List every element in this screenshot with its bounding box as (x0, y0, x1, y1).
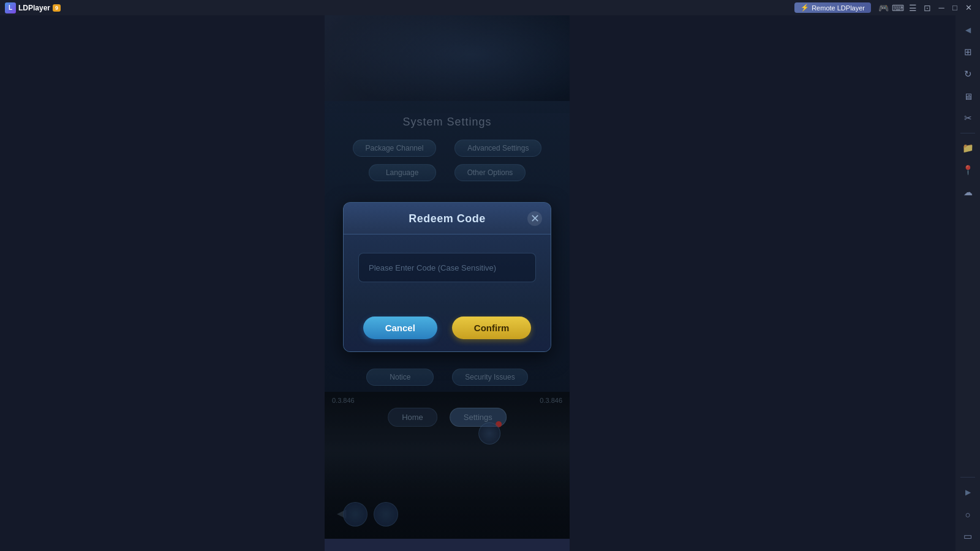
controller-icon[interactable]: 🎮 (877, 2, 889, 14)
modal-body (344, 234, 551, 307)
sidebar-bottom-chevron[interactable]: ▶ (958, 482, 978, 502)
modal-footer: Cancel Confirm (344, 307, 551, 351)
game-viewport: System Settings Package Channel Advanced… (325, 15, 570, 539)
expand-icon[interactable]: ⊡ (921, 2, 933, 14)
modal-overlay: Redeem Code ✕ Cancel Confirm (325, 15, 570, 539)
remote-label: Remote LDPlayer (812, 4, 865, 12)
maximize-button[interactable]: □ (949, 2, 960, 13)
sidebar-expand-icon[interactable]: ◀ (958, 20, 978, 40)
modal-close-button[interactable]: ✕ (527, 211, 542, 226)
close-button[interactable]: ✕ (963, 2, 974, 13)
app-name: LDPlayer (18, 4, 50, 12)
code-input[interactable] (369, 263, 526, 272)
sidebar-scissors-icon[interactable]: ✂ (958, 108, 978, 128)
sidebar-square-icon[interactable]: ▭ (958, 527, 978, 546)
minimize-button[interactable]: ─ (936, 2, 947, 13)
sidebar-cloud-icon[interactable]: ☁ (958, 182, 978, 202)
app-logo: L LDPlayer 9 (5, 2, 61, 13)
sidebar-circle-icon[interactable]: ○ (958, 504, 978, 524)
redeem-code-modal: Redeem Code ✕ Cancel Confirm (343, 202, 551, 352)
logo-icon: L (5, 2, 16, 13)
right-panel (570, 0, 980, 551)
confirm-button[interactable]: Confirm (452, 317, 532, 339)
version-badge: 9 (53, 4, 61, 12)
sidebar-divider-2 (960, 477, 975, 478)
sidebar-grid-icon[interactable]: ⊞ (958, 42, 978, 62)
sidebar-screen-icon[interactable]: 🖥 (958, 86, 978, 106)
code-input-container[interactable] (358, 253, 536, 282)
sidebar-location-icon[interactable]: 📍 (958, 160, 978, 180)
remote-ldplayer-button[interactable]: ⚡ Remote LDPlayer (794, 2, 871, 13)
right-sidebar: ◀ ⊞ ↻ 🖥 ✂ 📁 📍 ☁ ▶ ○ ▭ (956, 15, 980, 551)
menu-icon[interactable]: ☰ (907, 2, 919, 14)
sidebar-sync-icon[interactable]: ↻ (958, 64, 978, 84)
sidebar-divider-1 (960, 133, 975, 133)
modal-header: Redeem Code ✕ (344, 203, 551, 234)
modal-title: Redeem Code (409, 212, 486, 225)
sidebar-folder-icon[interactable]: 📁 (958, 138, 978, 158)
left-panel (0, 0, 325, 551)
keyboard-icon[interactable]: ⌨ (892, 2, 904, 14)
remote-icon: ⚡ (801, 4, 809, 12)
topbar: L LDPlayer 9 ⚡ Remote LDPlayer 🎮 ⌨ ☰ ⊡ ─… (0, 0, 980, 15)
cancel-button[interactable]: Cancel (363, 317, 437, 339)
